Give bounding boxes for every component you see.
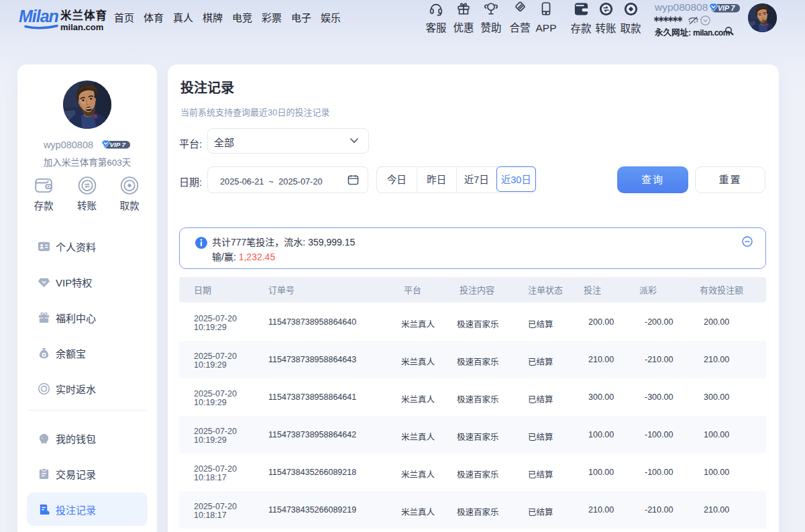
svg-text:VIP 7: VIP 7 xyxy=(718,4,735,12)
svg-text:米兰体育: 米兰体育 xyxy=(60,9,107,21)
svg-text:VIP 7: VIP 7 xyxy=(110,141,126,148)
svg-text:Milan: Milan xyxy=(19,7,59,25)
svg-text:milan.com: milan.com xyxy=(60,22,103,32)
